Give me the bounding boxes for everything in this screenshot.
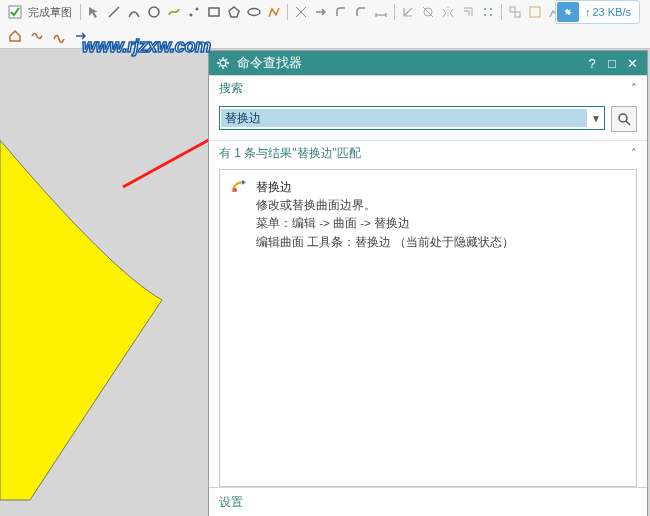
results-body: 替换边 修改或替换曲面边界。 菜单：编辑 -> 曲面 -> 替换边 编辑曲面 工… bbox=[219, 169, 637, 487]
result-toolbar-path: 编辑曲面 工具条：替换边 （当前处于隐藏状态） bbox=[256, 234, 514, 251]
group-icon[interactable] bbox=[506, 3, 524, 21]
magnifier-icon bbox=[617, 112, 631, 126]
fillet-icon[interactable] bbox=[332, 3, 350, 21]
results-section-header[interactable]: 有 1 条与结果"替换边"匹配 ˄ bbox=[209, 141, 647, 165]
polyline-icon[interactable] bbox=[265, 3, 283, 21]
maximize-button[interactable]: □ bbox=[603, 54, 621, 72]
svg-rect-21 bbox=[515, 12, 520, 17]
svg-point-16 bbox=[484, 8, 486, 10]
chevron-up-icon: ˄ bbox=[631, 82, 637, 95]
result-item[interactable]: 替换边 修改或替换曲面边界。 菜单：编辑 -> 曲面 -> 替换边 编辑曲面 工… bbox=[230, 178, 626, 251]
svg-line-33 bbox=[226, 59, 227, 60]
toolbar-top: 完成草图 bbox=[0, 0, 650, 25]
dropdown-arrow-icon[interactable]: ▼ bbox=[588, 113, 604, 124]
chamfer-icon[interactable] bbox=[352, 3, 370, 21]
rectangle-icon[interactable] bbox=[205, 3, 223, 21]
svg-line-35 bbox=[626, 121, 630, 125]
svg-rect-5 bbox=[209, 8, 219, 16]
chevron-up-icon: ˄ bbox=[631, 147, 637, 160]
toolbar-separator bbox=[394, 4, 395, 20]
svg-rect-20 bbox=[510, 7, 515, 12]
upload-arrow-icon: ↑ bbox=[585, 6, 591, 18]
constraint-icon[interactable] bbox=[399, 3, 417, 21]
settings-label: 设置 bbox=[219, 494, 243, 511]
svg-line-1 bbox=[109, 7, 119, 17]
arc-icon[interactable] bbox=[125, 3, 143, 21]
mirror-icon[interactable] bbox=[439, 3, 457, 21]
svg-line-31 bbox=[226, 66, 227, 67]
gear-icon bbox=[215, 55, 231, 71]
command-finder-panel: 命令查找器 ? □ ✕ 搜索 ˄ ▼ 有 1 条与结果"替换边"匹配 ˄ bbox=[208, 50, 648, 516]
constraint2-icon[interactable] bbox=[419, 3, 437, 21]
svg-point-7 bbox=[248, 9, 260, 16]
svg-point-25 bbox=[220, 60, 226, 66]
svg-point-19 bbox=[490, 14, 492, 16]
svg-point-4 bbox=[196, 8, 199, 11]
circle-icon[interactable] bbox=[145, 3, 163, 21]
search-section-label: 搜索 bbox=[219, 80, 631, 97]
line-icon[interactable] bbox=[105, 3, 123, 21]
svg-point-36 bbox=[233, 188, 237, 192]
search-row: ▼ bbox=[209, 100, 647, 141]
close-button[interactable]: ✕ bbox=[623, 54, 641, 72]
toolbar-separator bbox=[501, 4, 502, 20]
svg-point-17 bbox=[490, 8, 492, 10]
cursor-icon[interactable] bbox=[85, 3, 103, 21]
svg-point-2 bbox=[149, 7, 159, 17]
polygon-icon[interactable] bbox=[225, 3, 243, 21]
app-viewport: 完成草图 ↑ 23 KB/s bbox=[0, 0, 650, 516]
svg-line-32 bbox=[219, 66, 220, 67]
search-section-header[interactable]: 搜索 ˄ bbox=[209, 75, 647, 100]
pattern-icon[interactable] bbox=[479, 3, 497, 21]
svg-line-30 bbox=[219, 59, 220, 60]
help-button[interactable]: ? bbox=[583, 54, 601, 72]
settings-section-header[interactable]: 设置 bbox=[209, 487, 647, 516]
svg-marker-6 bbox=[229, 7, 239, 17]
svg-point-3 bbox=[190, 14, 193, 17]
yellow-surface-shape bbox=[0, 140, 200, 510]
sketch-done-label: 完成草图 bbox=[26, 5, 76, 20]
spline-icon[interactable] bbox=[165, 3, 183, 21]
wave1-icon[interactable] bbox=[28, 27, 46, 45]
svg-rect-22 bbox=[530, 7, 540, 17]
network-icon bbox=[557, 2, 579, 22]
watermark-text: www.rjzxw.com bbox=[82, 36, 211, 57]
ellipse-icon[interactable] bbox=[245, 3, 263, 21]
speed-value: 23 KB/s bbox=[592, 6, 631, 18]
trim-icon[interactable] bbox=[292, 3, 310, 21]
toolbar-separator bbox=[80, 4, 81, 20]
search-input[interactable] bbox=[221, 109, 587, 127]
ref-icon[interactable] bbox=[526, 3, 544, 21]
result-menu-path: 菜单：编辑 -> 曲面 -> 替换边 bbox=[256, 215, 514, 232]
results-section-label: 有 1 条与结果"替换边"匹配 bbox=[219, 145, 631, 162]
toolbar-separator bbox=[287, 4, 288, 20]
search-go-button[interactable] bbox=[611, 106, 637, 132]
panel-titlebar: 命令查找器 ? □ ✕ bbox=[209, 51, 647, 75]
extend-icon[interactable] bbox=[312, 3, 330, 21]
svg-point-18 bbox=[484, 14, 486, 16]
dimension-icon[interactable] bbox=[372, 3, 390, 21]
sketch-done-icon[interactable] bbox=[6, 3, 24, 21]
home-icon[interactable] bbox=[6, 27, 24, 45]
result-description: 修改或替换曲面边界。 bbox=[256, 197, 514, 214]
panel-title: 命令查找器 bbox=[237, 54, 581, 72]
offset-icon[interactable] bbox=[459, 3, 477, 21]
network-speed-badge: ↑ 23 KB/s bbox=[555, 0, 640, 24]
search-combo[interactable]: ▼ bbox=[219, 106, 605, 130]
point-icon[interactable] bbox=[185, 3, 203, 21]
replace-edge-icon bbox=[230, 178, 248, 251]
svg-point-34 bbox=[619, 114, 627, 122]
result-title: 替换边 bbox=[256, 178, 514, 196]
wave2-icon[interactable] bbox=[50, 27, 68, 45]
